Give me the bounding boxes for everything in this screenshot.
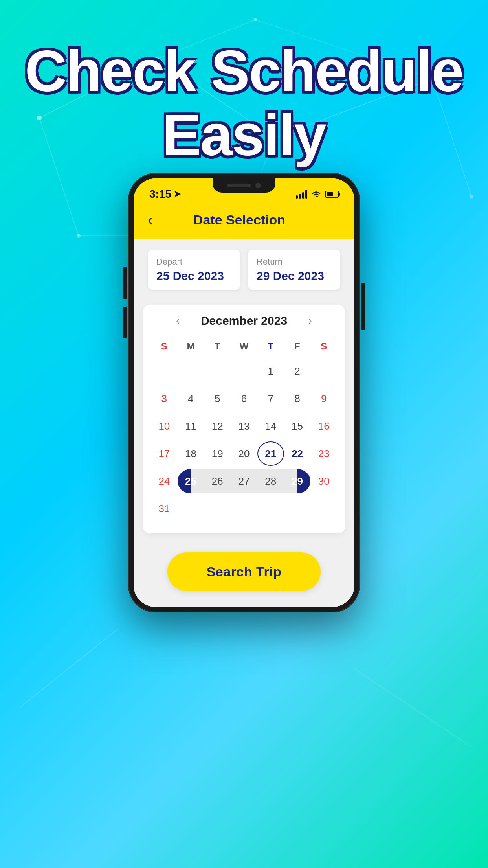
next-month-button[interactable]: › (303, 314, 317, 327)
page-title: Date Selection (152, 212, 326, 228)
cal-day-sat[interactable] (310, 359, 337, 383)
phone-notch (213, 178, 275, 193)
hero-section: Check Schedule Easily (0, 39, 488, 167)
header-friday: F (284, 337, 311, 356)
search-trip-button[interactable]: Search Trip (167, 552, 321, 591)
svg-line-10 (354, 668, 471, 747)
cal-day-31[interactable]: 31 (151, 497, 178, 521)
cal-day-11[interactable]: 11 (178, 414, 204, 438)
cal-day-empty (151, 359, 178, 383)
cal-day-27[interactable]: 27 (231, 469, 257, 493)
location-icon: ➤ (174, 189, 181, 199)
calendar-header: ‹ December 2023 › (151, 314, 337, 327)
cal-day-7[interactable]: 7 (257, 386, 284, 411)
svg-line-9 (20, 629, 118, 708)
app-header: ‹ Date Selection (134, 206, 354, 239)
calendar-row-6: 31 (151, 497, 337, 521)
calendar-grid: S M T W T F S (151, 337, 337, 521)
cal-day-24[interactable]: 24 (151, 469, 178, 493)
hero-title: Check Schedule Easily (0, 39, 488, 167)
header-thursday: T (257, 337, 284, 356)
cal-day-16[interactable]: 16 (310, 414, 337, 438)
depart-date-box[interactable]: Depart 25 Dec 2023 (148, 250, 240, 290)
cal-day-3[interactable]: 3 (151, 386, 178, 411)
cal-day-14[interactable]: 14 (257, 414, 284, 438)
calendar-row-5: 24 25 26 27 28 29 (151, 469, 337, 493)
cal-day-20[interactable]: 20 (231, 441, 257, 466)
signal-icon (296, 190, 307, 199)
cal-day-12[interactable]: 12 (204, 414, 231, 438)
calendar-row-4: 17 18 19 20 21 22 23 (151, 441, 337, 466)
cal-day-10[interactable]: 10 (151, 414, 178, 438)
header-wednesday: W (231, 337, 257, 356)
bottom-area: Search Trip (134, 543, 354, 607)
cal-day-19[interactable]: 19 (204, 441, 231, 466)
return-date-box[interactable]: Return 29 Dec 2023 (248, 250, 340, 290)
cal-day-15[interactable]: 15 (284, 414, 311, 438)
cal-day-17[interactable]: 17 (151, 441, 178, 466)
cal-day-6[interactable]: 6 (231, 386, 257, 411)
header-sunday: S (151, 337, 178, 356)
notch-camera (255, 183, 261, 188)
wifi-icon (311, 190, 321, 198)
cal-day-1[interactable]: 1 (257, 359, 284, 383)
prev-month-button[interactable]: ‹ (171, 314, 185, 327)
header-saturday: S (310, 337, 337, 356)
depart-label: Depart (156, 257, 231, 267)
cal-day-21-today[interactable]: 21 (257, 441, 284, 466)
calendar-day-headers: S M T W T F S (151, 337, 337, 356)
cal-day-empty (231, 359, 257, 383)
status-time: 3:15 ➤ (149, 188, 181, 200)
cal-day-13[interactable]: 13 (231, 414, 257, 438)
cal-day-28[interactable]: 28 (257, 469, 284, 493)
cal-day-26[interactable]: 26 (204, 469, 231, 493)
cal-day-2[interactable]: 2 (284, 359, 311, 383)
status-icons (296, 190, 339, 199)
cal-day-empty (204, 359, 231, 383)
svg-point-18 (470, 195, 473, 199)
svg-point-16 (254, 18, 257, 21)
cal-day-9[interactable]: 9 (310, 386, 337, 411)
date-selection-section: Depart 25 Dec 2023 Return 29 Dec 2023 (134, 239, 354, 301)
cal-day-22[interactable]: 22 (284, 441, 311, 466)
svg-point-15 (77, 234, 81, 238)
phone-mockup: 3:15 ➤ (128, 173, 360, 612)
return-label: Return (257, 257, 332, 267)
calendar-month-label: December 2023 (201, 314, 287, 327)
header-tuesday: T (204, 337, 231, 356)
calendar-row-2: 3 4 5 6 7 8 9 (151, 386, 337, 411)
cal-day-empty (178, 359, 204, 383)
cal-day-8[interactable]: 8 (284, 386, 311, 411)
calendar-row-3: 10 11 12 13 14 15 16 (151, 414, 337, 438)
cal-day-18[interactable]: 18 (178, 441, 204, 466)
back-button[interactable]: ‹ (148, 213, 152, 227)
cal-day-23[interactable]: 23 (310, 441, 337, 466)
return-value: 29 Dec 2023 (257, 269, 332, 283)
depart-value: 25 Dec 2023 (156, 269, 231, 283)
header-monday: M (178, 337, 204, 356)
calendar-section: ‹ December 2023 › S M T W T F (134, 301, 354, 543)
cal-day-25-start[interactable]: 25 (178, 469, 204, 493)
calendar-row-1: 1 2 (151, 359, 337, 383)
cal-day-4[interactable]: 4 (178, 386, 204, 411)
cal-day-5[interactable]: 5 (204, 386, 231, 411)
cal-day-29-end[interactable]: 29 (284, 469, 311, 493)
cal-day-30[interactable]: 30 (310, 469, 337, 493)
battery-icon (325, 191, 339, 198)
notch-speaker (227, 184, 251, 187)
